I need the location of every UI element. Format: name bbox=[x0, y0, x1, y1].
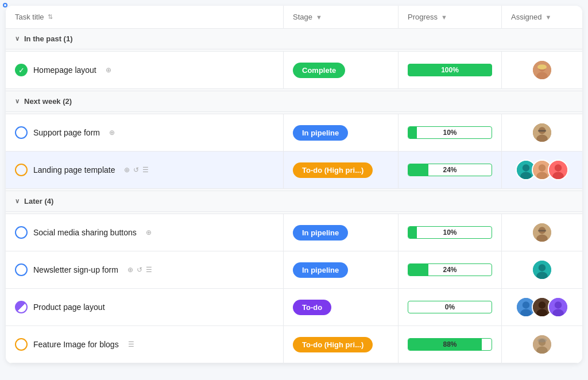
progress-label: 24% bbox=[408, 266, 492, 274]
task-icons: ⊕ bbox=[109, 129, 115, 137]
assigned-dropdown-icon: ▼ bbox=[545, 14, 551, 21]
stage-badge[interactable]: In pipeline bbox=[293, 225, 348, 241]
list-icon[interactable]: ☰ bbox=[142, 166, 149, 174]
progress-label: 88% bbox=[408, 340, 492, 348]
table-row: Support page form ⊕ In pipeline 10% bbox=[6, 114, 582, 152]
task-title-cell: Product page layout bbox=[6, 289, 284, 325]
stage-badge[interactable]: In pipeline bbox=[293, 125, 348, 141]
status-icon-complete[interactable]: ✓ bbox=[15, 64, 28, 76]
chevron-next-week: ∨ bbox=[15, 98, 20, 105]
svg-point-31 bbox=[555, 301, 562, 308]
svg-point-22 bbox=[539, 264, 546, 271]
list-icon[interactable]: ☰ bbox=[146, 266, 152, 274]
svg-point-25 bbox=[523, 301, 529, 308]
task-name: Social media sharing buttons bbox=[33, 228, 137, 237]
svg-point-10 bbox=[520, 172, 532, 180]
svg-point-26 bbox=[520, 309, 532, 317]
avatar bbox=[532, 60, 552, 80]
avatar bbox=[532, 222, 552, 243]
col-stage-label: Stage bbox=[293, 13, 312, 21]
progress-bar: 10% bbox=[408, 126, 492, 139]
group-later[interactable]: ∨ Later (4) bbox=[6, 191, 582, 212]
col-assigned-label: Assigned bbox=[511, 13, 541, 21]
link-icon[interactable]: ⊕ bbox=[146, 228, 152, 236]
stage-cell: To-do bbox=[284, 289, 399, 325]
stage-badge[interactable]: To-do (High pri...) bbox=[293, 337, 373, 352]
task-name: Newsletter sign-up form bbox=[33, 265, 118, 274]
col-task-title[interactable]: Task title ⇅ bbox=[6, 6, 284, 28]
progress-cell: 88% bbox=[399, 326, 502, 363]
svg-point-35 bbox=[536, 347, 548, 355]
svg-point-19 bbox=[536, 235, 548, 243]
stage-cell: In pipeline bbox=[284, 214, 399, 251]
stage-cell: In pipeline bbox=[284, 114, 399, 151]
link-icon[interactable]: ⊕ bbox=[127, 266, 133, 274]
status-icon-pipeline[interactable] bbox=[15, 226, 28, 239]
table-row: Product page layout To-do 0% bbox=[6, 289, 582, 326]
progress-cell: 0% bbox=[399, 289, 502, 325]
table-row: ✓ Homepage layout ⊕ Complete 100% bbox=[6, 52, 582, 89]
svg-point-12 bbox=[539, 164, 546, 171]
avatar bbox=[548, 160, 568, 180]
svg-point-16 bbox=[552, 172, 564, 180]
progress-cell: 24% bbox=[399, 152, 502, 188]
link-icon[interactable]: ⊕ bbox=[124, 166, 130, 174]
chevron-later: ∨ bbox=[15, 197, 20, 205]
stage-badge[interactable]: To-do bbox=[293, 300, 331, 315]
stage-badge[interactable]: Complete bbox=[293, 63, 345, 78]
progress-label: 24% bbox=[408, 166, 492, 174]
stage-cell: In pipeline bbox=[284, 251, 399, 288]
svg-point-15 bbox=[555, 164, 562, 171]
group-next-week[interactable]: ∨ Next week (2) bbox=[6, 91, 582, 112]
col-assigned[interactable]: Assigned ▼ bbox=[502, 6, 582, 28]
stage-badge[interactable]: To-do (High pri...) bbox=[293, 162, 373, 178]
table-row: Social media sharing buttons ⊕ In pipeli… bbox=[6, 214, 582, 251]
task-name: Feature Image for blogs bbox=[33, 340, 119, 349]
progress-bar: 0% bbox=[408, 301, 492, 313]
progress-cell: 10% bbox=[399, 214, 502, 251]
status-icon-todo[interactable] bbox=[15, 301, 28, 313]
svg-point-28 bbox=[539, 301, 546, 308]
status-icon-todo-high[interactable] bbox=[15, 338, 28, 351]
status-icon-pipeline[interactable] bbox=[15, 263, 28, 276]
progress-bar: 24% bbox=[408, 263, 492, 276]
group-past[interactable]: ∨ In the past (1) bbox=[6, 29, 582, 49]
avatar bbox=[532, 259, 552, 280]
progress-label: 10% bbox=[408, 129, 492, 137]
task-title-cell: Landing page template ⊕ ↺ ☰ bbox=[6, 152, 284, 188]
stage-cell: Complete bbox=[284, 52, 399, 88]
svg-point-29 bbox=[536, 309, 548, 317]
status-icon-todo-high[interactable] bbox=[15, 164, 28, 176]
link-icon[interactable]: ⊕ bbox=[106, 66, 111, 74]
avatar bbox=[532, 334, 552, 355]
group-next-week-label: Next week (2) bbox=[24, 97, 72, 106]
status-icon-pipeline[interactable] bbox=[15, 126, 28, 139]
list-icon[interactable]: ☰ bbox=[128, 340, 134, 348]
repeat-icon[interactable]: ↺ bbox=[137, 266, 142, 274]
avatar-cell bbox=[502, 52, 582, 88]
progress-dropdown-icon: ▼ bbox=[441, 14, 447, 21]
svg-point-6 bbox=[536, 135, 548, 143]
avatar bbox=[548, 297, 568, 317]
repeat-icon[interactable]: ↺ bbox=[133, 166, 139, 174]
col-stage[interactable]: Stage ▼ bbox=[284, 6, 399, 28]
table-row: Feature Image for blogs ☰ To-do (High pr… bbox=[6, 326, 582, 363]
progress-cell: 100% bbox=[399, 52, 502, 88]
progress-bar: 88% bbox=[408, 338, 492, 351]
avatar-cell bbox=[502, 152, 582, 188]
avatar bbox=[532, 122, 552, 143]
task-icons: ⊕ bbox=[106, 66, 111, 74]
task-title-cell: Support page form ⊕ bbox=[6, 114, 284, 151]
progress-cell: 24% bbox=[399, 251, 502, 288]
task-name: Homepage layout bbox=[33, 65, 96, 75]
progress-cell: 10% bbox=[399, 114, 502, 151]
sort-icon: ⇅ bbox=[48, 13, 53, 21]
avatar-group bbox=[516, 297, 568, 317]
group-past-label: In the past (1) bbox=[24, 34, 73, 43]
link-icon[interactable]: ⊕ bbox=[109, 129, 115, 137]
task-name: Support page form bbox=[33, 128, 100, 137]
stage-badge[interactable]: In pipeline bbox=[293, 262, 348, 278]
progress-bar: 24% bbox=[408, 164, 492, 176]
col-progress[interactable]: Progress ▼ bbox=[399, 6, 502, 28]
table-header: Task title ⇅ Stage ▼ Progress ▼ Assigned… bbox=[6, 6, 582, 29]
